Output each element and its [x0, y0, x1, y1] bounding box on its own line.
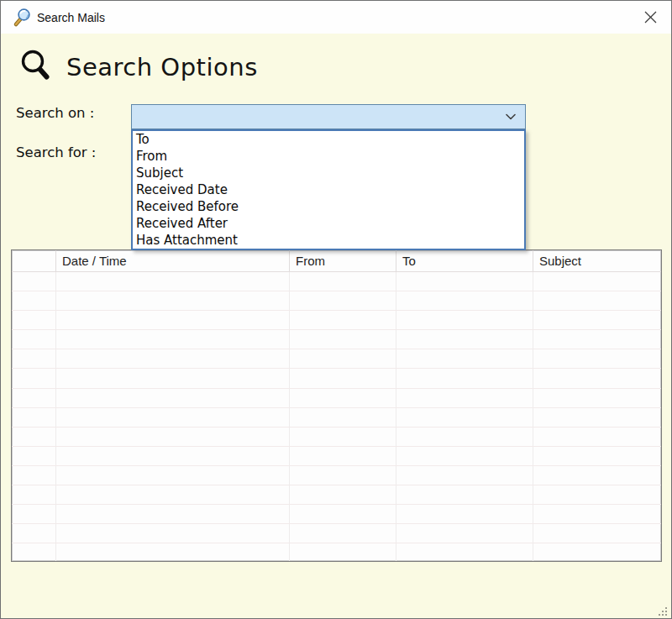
chevron-down-icon — [501, 113, 520, 120]
resize-grip-icon[interactable] — [658, 605, 669, 616]
table-cell — [533, 330, 661, 349]
dropdown-option[interactable]: Has Attachment — [133, 232, 524, 249]
table-row[interactable] — [12, 485, 661, 505]
table-cell — [396, 330, 533, 349]
column-header-spacer[interactable] — [12, 250, 56, 271]
search-mails-app-icon — [12, 8, 32, 28]
table-cell — [56, 389, 290, 407]
table-cell — [533, 428, 661, 446]
table-cell — [533, 447, 661, 465]
table-cell — [290, 330, 396, 349]
table-cell — [533, 524, 661, 543]
search-mails-window: Search Mails Search Options Search on : … — [0, 0, 672, 619]
table-cell — [12, 408, 56, 427]
table-row[interactable] — [12, 524, 661, 543]
search-on-label: Search on : — [16, 105, 94, 121]
table-cell — [396, 524, 533, 543]
window-title: Search Mails — [37, 11, 105, 24]
table-row[interactable] — [12, 466, 661, 485]
column-header-date-time[interactable]: Date / Time — [56, 250, 290, 271]
table-cell — [56, 466, 290, 485]
dropdown-option[interactable]: Received After — [133, 215, 524, 232]
table-cell — [56, 524, 290, 543]
search-on-dropdown-list: ToFromSubjectReceived DateReceived Befor… — [131, 129, 526, 250]
table-cell — [396, 485, 533, 504]
dropdown-option[interactable]: Received Before — [133, 198, 524, 215]
table-cell — [12, 447, 56, 465]
table-cell — [533, 311, 661, 329]
table-cell — [396, 505, 533, 523]
table-cell — [533, 291, 661, 310]
table-cell — [56, 330, 290, 349]
table-cell — [290, 349, 396, 368]
table-row[interactable] — [12, 291, 661, 311]
dropdown-option[interactable]: Subject — [133, 165, 524, 181]
search-on-combobox[interactable] — [131, 104, 526, 129]
column-header-subject[interactable]: Subject — [533, 250, 661, 271]
table-cell — [12, 369, 56, 387]
table-cell — [12, 466, 56, 485]
table-cell — [12, 428, 56, 446]
table-cell — [12, 389, 56, 407]
table-cell — [533, 505, 661, 523]
table-cell — [396, 447, 533, 465]
table-cell — [56, 543, 290, 562]
table-body — [12, 272, 661, 562]
table-row[interactable] — [12, 408, 661, 428]
table-row[interactable] — [12, 369, 661, 388]
table-row[interactable] — [12, 311, 661, 330]
table-row[interactable] — [12, 447, 661, 466]
close-button[interactable] — [636, 4, 664, 29]
table-row[interactable] — [12, 389, 661, 408]
table-row[interactable] — [12, 543, 661, 562]
column-header-to[interactable]: To — [396, 250, 533, 271]
table-cell — [533, 272, 661, 291]
table-cell — [56, 369, 290, 387]
table-cell — [290, 485, 396, 504]
table-cell — [396, 543, 533, 562]
table-cell — [290, 543, 396, 562]
table-cell — [533, 408, 661, 427]
table-cell — [290, 291, 396, 310]
table-cell — [56, 505, 290, 523]
table-cell — [12, 524, 56, 543]
table-cell — [290, 369, 396, 387]
table-cell — [396, 272, 533, 291]
results-table: Date / Time From To Subject — [11, 249, 662, 562]
table-cell — [12, 311, 56, 329]
table-cell — [533, 349, 661, 368]
table-cell — [396, 291, 533, 310]
column-header-from[interactable]: From — [290, 250, 396, 271]
table-row[interactable] — [12, 272, 661, 291]
table-cell — [290, 408, 396, 427]
table-row[interactable] — [12, 349, 661, 369]
table-cell — [290, 447, 396, 465]
table-cell — [56, 311, 290, 329]
table-cell — [290, 389, 396, 407]
table-row[interactable] — [12, 505, 661, 524]
table-cell — [12, 485, 56, 504]
table-cell — [290, 428, 396, 446]
table-cell — [533, 389, 661, 407]
table-cell — [396, 369, 533, 387]
dropdown-option[interactable]: To — [133, 131, 524, 148]
table-cell — [533, 369, 661, 387]
table-cell — [396, 349, 533, 368]
table-cell — [290, 311, 396, 329]
table-cell — [56, 291, 290, 310]
dropdown-option[interactable]: Received Date — [133, 181, 524, 198]
table-row[interactable] — [12, 428, 661, 447]
dropdown-option[interactable]: From — [133, 148, 524, 165]
table-cell — [290, 272, 396, 291]
search-for-label: Search for : — [16, 144, 96, 160]
table-cell — [12, 349, 56, 368]
table-cell — [56, 428, 290, 446]
table-row[interactable] — [12, 330, 661, 349]
table-cell — [56, 349, 290, 368]
table-cell — [396, 408, 533, 427]
table-cell — [290, 524, 396, 543]
table-cell — [533, 543, 661, 562]
table-cell — [396, 466, 533, 485]
table-cell — [396, 428, 533, 446]
titlebar: Search Mails — [1, 1, 671, 34]
